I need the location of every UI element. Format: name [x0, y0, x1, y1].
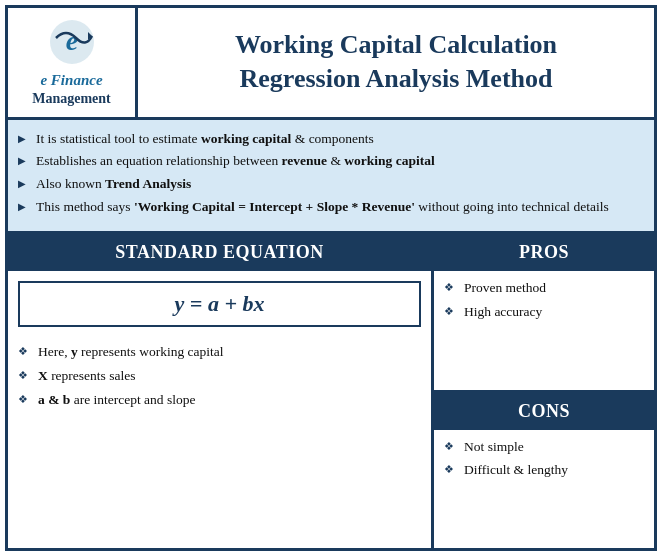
pros-list: Proven method High accuracy [434, 271, 654, 389]
description-list: It is statistical tool to estimate worki… [18, 130, 640, 218]
description-row: It is statistical tool to estimate worki… [8, 120, 654, 235]
right-panel: PROS Proven method High accuracy CONS No… [434, 234, 654, 548]
title-line2: Regression Analysis Method [240, 64, 553, 93]
cons-header: CONS [434, 393, 654, 430]
pros-item-1: Proven method [444, 279, 644, 298]
desc-item-3: Also known Trend Analysis [18, 175, 640, 194]
main-title: Working Capital Calculation Regression A… [235, 28, 557, 96]
pros-section: PROS Proven method High accuracy [434, 234, 654, 392]
desc-item-2: Establishes an equation relationship bet… [18, 152, 640, 171]
main-container: e e Finance Management Working Capital C… [5, 5, 657, 551]
title-area: Working Capital Calculation Regression A… [138, 8, 654, 117]
cons-item-2: Difficult & lengthy [444, 461, 644, 480]
finance-svg-icon: e [48, 18, 96, 66]
bottom-section: STANDARD EQUATION y = a + bx Here, y rep… [8, 234, 654, 548]
desc-item-4: This method says 'Working Capital = Inte… [18, 198, 640, 217]
var-item-3: a & b are intercept and slope [18, 391, 421, 410]
var-item-1: Here, y represents working capital [18, 343, 421, 362]
cons-section: CONS Not simple Difficult & lengthy [434, 393, 654, 548]
svg-text:e: e [65, 25, 77, 56]
cons-item-1: Not simple [444, 438, 644, 457]
pros-header: PROS [434, 234, 654, 271]
logo-management-text: Management [32, 91, 111, 107]
header-row: e e Finance Management Working Capital C… [8, 8, 654, 120]
var-item-2: X represents sales [18, 367, 421, 386]
equation-formula: y = a + bx [175, 291, 265, 316]
title-line1: Working Capital Calculation [235, 30, 557, 59]
variables-list: Here, y represents working capital X rep… [8, 337, 431, 425]
logo-icon: e [48, 18, 96, 72]
cons-list: Not simple Difficult & lengthy [434, 430, 654, 548]
desc-item-1: It is statistical tool to estimate worki… [18, 130, 640, 149]
equation-box: y = a + bx [18, 281, 421, 327]
pros-item-2: High accuracy [444, 303, 644, 322]
equation-section-header: STANDARD EQUATION [8, 234, 431, 271]
logo-finance-text: e Finance [40, 72, 102, 89]
logo-area: e e Finance Management [8, 8, 138, 117]
left-panel: STANDARD EQUATION y = a + bx Here, y rep… [8, 234, 434, 548]
